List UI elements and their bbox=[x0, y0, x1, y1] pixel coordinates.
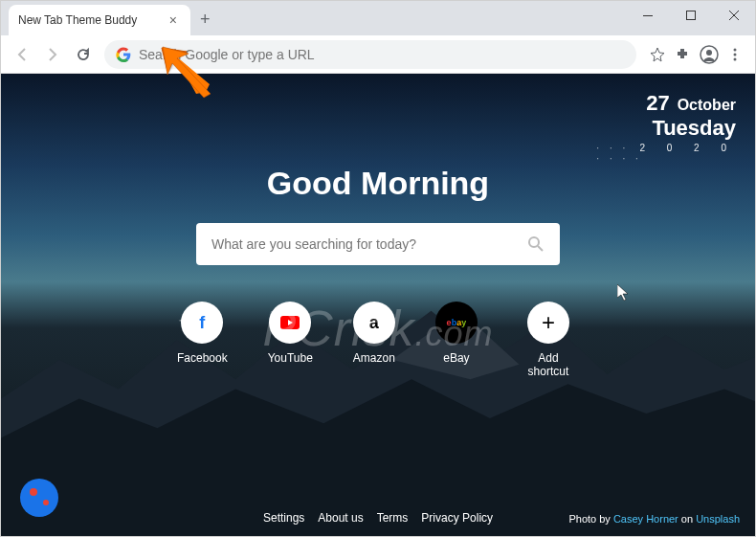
maximize-icon bbox=[686, 11, 696, 20]
page-search-input[interactable] bbox=[211, 236, 527, 252]
shortcut-label: YouTube bbox=[268, 351, 313, 365]
footer-link-settings[interactable]: Settings bbox=[263, 511, 304, 525]
credit-author-link[interactable]: Casey Horner bbox=[613, 513, 678, 525]
amazon-icon: a bbox=[353, 302, 395, 344]
ebay-icon: ebay bbox=[435, 302, 478, 344]
window-controls bbox=[626, 1, 755, 30]
customize-fab[interactable] bbox=[20, 479, 58, 517]
forward-button[interactable] bbox=[39, 41, 66, 68]
date-year: 2 0 2 0 bbox=[639, 143, 736, 153]
shortcuts-row: f Facebook YouTube a Amazon ebay eBay + bbox=[177, 302, 579, 378]
plus-icon: + bbox=[527, 302, 569, 344]
tab-close-button[interactable]: × bbox=[166, 11, 181, 30]
menu-dots-icon[interactable] bbox=[728, 48, 742, 61]
comet-decoration: ✦ bbox=[178, 313, 189, 328]
forward-arrow-icon bbox=[45, 47, 60, 62]
shortcut-youtube[interactable]: YouTube bbox=[268, 302, 313, 378]
minimize-button[interactable] bbox=[626, 1, 669, 30]
reload-icon bbox=[76, 47, 91, 62]
tab-title: New Tab Theme Buddy bbox=[18, 13, 137, 27]
reload-button[interactable] bbox=[70, 41, 97, 68]
extensions-icon[interactable] bbox=[675, 47, 690, 62]
shortcut-label: Add shortcut bbox=[518, 351, 579, 378]
shortcut-label: Amazon bbox=[353, 351, 395, 365]
search-icon[interactable] bbox=[527, 235, 545, 253]
shortcut-add[interactable]: + Add shortcut bbox=[518, 302, 579, 378]
new-tab-button[interactable]: + bbox=[190, 4, 220, 35]
date-month: October bbox=[678, 97, 736, 114]
svg-point-6 bbox=[734, 57, 737, 60]
credit-source-link[interactable]: Unsplash bbox=[696, 513, 740, 525]
photo-credit: Photo by Casey Horner on Unsplash bbox=[568, 513, 740, 525]
svg-rect-1 bbox=[686, 11, 695, 20]
stars-decoration: · · ·· · · · bbox=[596, 143, 641, 164]
back-button[interactable] bbox=[9, 41, 35, 68]
browser-toolbar bbox=[1, 35, 755, 74]
shortcut-amazon[interactable]: a Amazon bbox=[353, 302, 395, 378]
browser-tab[interactable]: New Tab Theme Buddy × bbox=[9, 5, 190, 35]
date-day: 27 bbox=[646, 91, 669, 116]
footer-link-terms[interactable]: Terms bbox=[377, 511, 409, 525]
footer-links: Settings About us Terms Privacy Policy bbox=[263, 511, 493, 525]
svg-point-5 bbox=[734, 53, 737, 56]
toolbar-actions bbox=[644, 45, 747, 64]
svg-rect-0 bbox=[643, 15, 653, 16]
bookmark-star-icon[interactable] bbox=[650, 47, 665, 62]
omnibox-input[interactable] bbox=[139, 47, 625, 62]
minimize-icon bbox=[643, 15, 653, 16]
close-window-button[interactable] bbox=[712, 1, 755, 30]
svg-point-3 bbox=[706, 50, 712, 56]
shortcut-label: eBay bbox=[443, 351, 469, 365]
address-bar[interactable] bbox=[104, 40, 636, 69]
shortcut-label: Facebook bbox=[177, 351, 228, 365]
greeting-text: Good Morning bbox=[177, 165, 579, 202]
close-icon bbox=[729, 11, 739, 20]
browser-window: New Tab Theme Buddy × + bbox=[0, 0, 756, 537]
footer-link-privacy[interactable]: Privacy Policy bbox=[421, 511, 493, 525]
google-icon bbox=[116, 47, 131, 62]
footer-link-about[interactable]: About us bbox=[318, 511, 363, 525]
profile-avatar-icon[interactable] bbox=[700, 45, 719, 64]
shortcut-ebay[interactable]: ebay eBay bbox=[435, 302, 478, 378]
back-arrow-icon bbox=[14, 47, 30, 62]
date-widget: 27 October Tuesday 2 0 2 0 bbox=[639, 91, 736, 153]
svg-point-7 bbox=[529, 237, 539, 247]
date-weekday: Tuesday bbox=[639, 116, 736, 141]
page-content: · · ·· · · · 27 October Tuesday 2 0 2 0 … bbox=[1, 74, 755, 536]
svg-point-4 bbox=[734, 48, 737, 51]
titlebar: New Tab Theme Buddy × + bbox=[1, 1, 755, 35]
center-panel: Good Morning f Facebook YouTube a Amazon bbox=[177, 165, 579, 378]
maximize-button[interactable] bbox=[669, 1, 712, 30]
youtube-icon bbox=[269, 302, 311, 344]
page-search-box[interactable] bbox=[196, 223, 560, 265]
